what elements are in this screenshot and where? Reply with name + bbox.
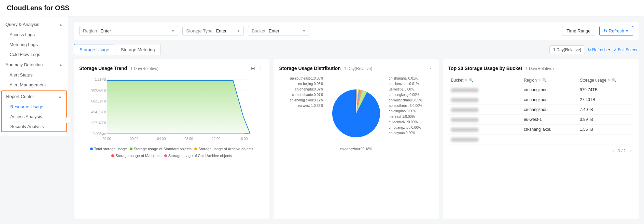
chart-more-icon-table[interactable]: ⋮ [627,65,633,72]
chart-header-dist: Storage Usage Distribution 1 Day(Relativ… [279,65,433,72]
svg-text:682.12TB: 682.12TB [91,99,106,103]
pie-chart-svg [329,86,383,141]
legend-dot-cold [164,154,167,157]
chevron-up-icon-anomaly: ▲ [59,63,62,67]
legend-item-archive: Storage usage of Archive objects [194,147,253,151]
chart-more-icon-dist[interactable]: ⋮ [427,65,433,72]
sidebar-group-report-center: Report Center ▲ Resource Usage Access An… [1,90,67,132]
legend-item-ia: Storage usage of IA objects [111,154,162,158]
refresh-button-chart[interactable]: ↻ Refresh ▼ [588,47,611,52]
chart-menu-trend: ⊞ ⋮ [250,65,264,72]
cell-usage-2: 7.40TB [577,105,633,114]
sidebar-item-alert-status[interactable]: Alert Status [0,70,68,80]
pie-label-cn-beijing: cn-beijing:0.06% [279,81,323,87]
sidebar-collapse-button[interactable]: ‹ [65,117,72,124]
storage-type-select[interactable]: Storage Type Enter ▼ [182,26,244,36]
fullscreen-icon: ⤢ [613,47,617,52]
pie-label-cn-huhehaote: cn-huhehaote:0.07% [279,92,323,98]
sidebar-section-report-center[interactable]: Report Center ▲ [2,91,66,102]
next-page-button[interactable]: › [629,147,633,154]
svg-text:08:00: 08:00 [184,137,193,141]
svg-text:909.49TB: 909.49TB [91,88,106,92]
legend-dot-archive [194,148,197,150]
pie-label-cn-shanghai: cn-shanghai:0.01% [389,76,433,81]
blurred-bucket-name [451,88,478,92]
sidebar-item-resource-usage[interactable]: Resource Usage [2,102,66,112]
tab-storage-usage[interactable]: Storage Usage [74,44,115,55]
table-row: cn-hangzhou7.40TB [448,105,633,115]
chart-title-dist-wrapper: Storage Usage Distribution 1 Day(Relativ… [279,66,372,71]
sidebar-item-security-analysis[interactable]: Security Analysis [2,122,66,131]
chevron-up-icon-report: ▲ [58,95,62,98]
cell-region-1: cn-hangzhou [521,95,577,104]
search-icon-bucket[interactable]: 🔍 [469,78,474,83]
pie-label-cn-chengdu: cn-chengdu:0.07% [279,87,323,92]
svg-text:04:00: 04:00 [157,137,166,141]
bucket-select[interactable]: Bucket Enter ▼ [248,26,309,36]
sidebar-item-access-analysis[interactable]: Access Analysis [2,112,66,122]
sidebar-section-anomaly-detection[interactable]: Anomaly Detection ▲ [0,59,68,70]
refresh-button-header[interactable]: ↻ Refresh ▼ [599,26,633,36]
table-row: cn-hangzhou979.74TB [448,85,633,95]
search-icon-region[interactable]: 🔍 [542,78,547,83]
prev-page-button[interactable]: ‹ [611,147,615,154]
legend-item-standard: Storage usage of Standard objects [130,147,192,151]
pie-label-cn-guangzhou: cn-guangzhou:0.00% [389,125,433,130]
legend-dot-standard [130,148,132,150]
sidebar-item-access-logs[interactable]: Access Logs [0,30,68,40]
svg-text:454.75TB: 454.75TB [91,110,106,114]
legend-dot-ia [111,154,114,157]
chart-expand-icon[interactable]: ⊞ [250,65,256,72]
page-info: 1 / 1 [618,148,626,153]
app-title: CloudLens for OSS [7,4,69,12]
cell-bucket-3 [448,115,521,124]
pie-label-cn-wulanchabu: cn-wulanchabu:0.00% [389,98,433,103]
search-icon-storage[interactable]: 🔍 [612,78,617,83]
region-select[interactable]: Region Enter ▼ [79,26,178,36]
blurred-bucket-name [451,138,478,142]
storage-usage-table: Bucket ⇅ 🔍 Region ⇅ 🔍 Storage usage [448,76,633,144]
storage-type-chevron-icon: ▼ [237,29,240,33]
pie-label-us-west: us-west-1:0.00% [389,87,433,92]
tab-storage-metering[interactable]: Storage Metering [115,44,161,55]
chart-title-trend: Storage Usage Trend 1 Day(Relative) [79,66,158,71]
svg-text:0.00Byte: 0.00Byte [93,132,106,136]
svg-text:16:00: 16:00 [239,137,248,141]
blurred-bucket-name [451,98,478,102]
chart-more-icon[interactable]: ⋮ [258,65,264,72]
table-pagination: ‹ 1 / 1 › [448,147,633,154]
region-chevron-icon: ▼ [171,29,174,33]
col-header-region: Region ⇅ 🔍 [521,76,577,85]
bucket-value: Enter [269,28,300,33]
svg-text:227.37TB: 227.37TB [91,121,106,125]
chart-menu-dist: ⋮ [427,65,433,72]
sort-icon-bucket: ⇅ [465,79,467,82]
chart-header-table: Top 20 Storage Usage by Bucket 1 Day(Rel… [448,65,633,72]
pie-label-cn-zhangjiakou: cn-zhangjiakou:0.17% [279,98,323,103]
pie-label-me-east: me-east-1:0.00% [389,114,433,120]
sidebar-item-cold-flow-logs[interactable]: Cold Flow Logs [0,50,68,59]
region-label: Region [83,28,97,33]
chart-legend-trend: Total storage usage Storage usage of Sta… [79,147,264,158]
chevron-up-icon: ▲ [59,23,62,26]
sidebar-item-alert-management[interactable]: Alert Management [0,80,68,90]
cell-region-2: cn-hangzhou [521,105,577,114]
bucket-label: Bucket [252,28,265,33]
storage-type-label: Storage Type [186,28,212,33]
refresh-icon-chart: ↻ [588,47,591,52]
sidebar-item-metering-logs[interactable]: Metering Logs [0,40,68,50]
legend-item-cold: Storage usage of Cold Archive objects [164,154,232,158]
fullscreen-button[interactable]: ⤢ Full Screen [613,47,639,52]
time-range-button[interactable]: Time Range [562,26,595,36]
day-relative-button[interactable]: 1 Day(Relative) [549,45,585,54]
pie-label-cn-qingdao: cn-qingdao:0.00% [389,109,433,114]
chart-header-trend: Storage Usage Trend 1 Day(Relative) ⊞ ⋮ [79,65,264,72]
charts-row: Storage Usage Trend 1 Day(Relative) ⊞ ⋮ [74,59,639,219]
chart-card-distribution: Storage Usage Distribution 1 Day(Relativ… [274,59,438,219]
tab-bar: Storage Usage Storage Metering 1 Day(Rel… [74,44,639,55]
main-content: Region Enter ▼ Storage Type Enter ▼ Buck… [68,16,644,224]
blurred-bucket-name [451,118,478,122]
blurred-bucket-name [451,128,478,132]
sidebar-section-query-analysis[interactable]: Query & Analysis ▲ [0,19,68,30]
cell-region-4: cn-zhangjiakou [521,125,577,134]
